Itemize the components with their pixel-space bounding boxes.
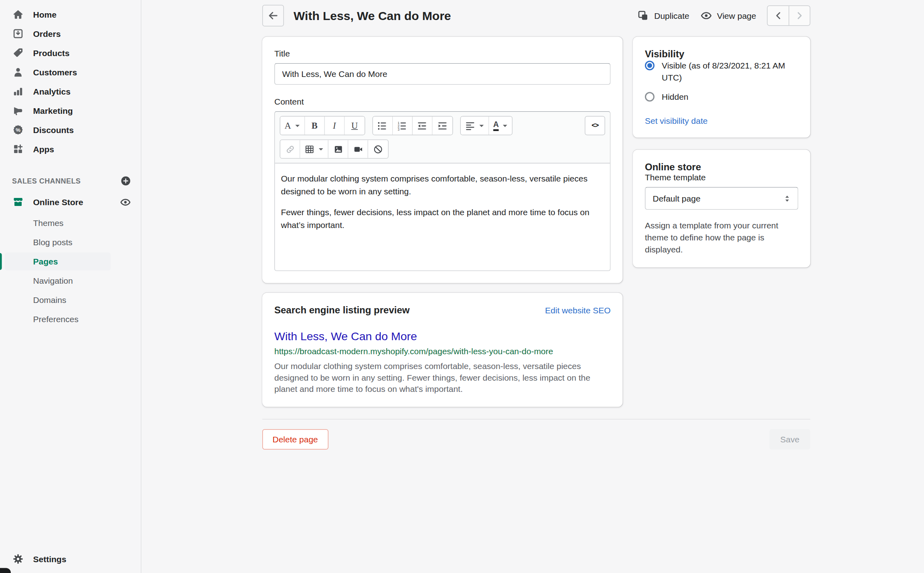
- sidebar-item-navigation[interactable]: Navigation: [5, 272, 111, 290]
- sidebar-item-label: Apps: [33, 144, 55, 154]
- alignment-dropdown-button[interactable]: [461, 117, 489, 135]
- megaphone-icon: [12, 105, 24, 117]
- bar-chart-icon: [12, 85, 24, 97]
- view-page-button[interactable]: View page: [700, 10, 756, 22]
- list-indent-group: 123: [372, 116, 453, 135]
- slash-circle-icon: [373, 144, 383, 154]
- content-paragraph: Fewer things, fewer decisions, less impa…: [281, 206, 604, 232]
- radio-unselected-icon: [645, 92, 654, 102]
- italic-button[interactable]: I: [325, 117, 345, 135]
- sidebar-item-home[interactable]: Home: [5, 5, 136, 24]
- visibility-option-visible[interactable]: Visible (as of 8/23/2021, 8:21 AM UTC): [645, 60, 798, 84]
- content-paragraph: Our modular clothing system comprises co…: [281, 173, 604, 198]
- page-footer: Delete page Save: [262, 420, 811, 474]
- visibility-option-hidden[interactable]: Hidden: [645, 91, 798, 103]
- title-input[interactable]: [274, 63, 611, 85]
- save-button[interactable]: Save: [770, 429, 811, 450]
- view-online-store-button[interactable]: [120, 196, 132, 208]
- numbered-list-button[interactable]: 123: [393, 117, 413, 135]
- view-page-label: View page: [717, 11, 756, 20]
- sidebar-item-blog-posts[interactable]: Blog posts: [5, 233, 111, 251]
- svg-text:%: %: [16, 127, 20, 133]
- title-label: Title: [274, 49, 611, 59]
- shopify-admin-window: Home Orders Products Customers: [0, 0, 924, 573]
- gear-icon: [12, 553, 24, 565]
- edit-website-seo-link[interactable]: Edit website SEO: [545, 305, 610, 315]
- sidebar-item-preferences[interactable]: Preferences: [5, 310, 111, 328]
- visibility-card: Visibility Visible (as of 8/23/2021, 8:2…: [633, 37, 811, 138]
- theme-template-select[interactable]: Default page: [645, 187, 798, 210]
- sidebar-item-settings[interactable]: Settings: [0, 545, 141, 573]
- sidebar-item-themes[interactable]: Themes: [5, 214, 111, 232]
- sidebar-item-products[interactable]: Products: [5, 43, 136, 63]
- sidebar-item-domains[interactable]: Domains: [5, 291, 111, 309]
- svg-text:3: 3: [398, 127, 400, 131]
- online-store-card: Online store Theme template Default page…: [633, 150, 811, 268]
- percent-badge-icon: %: [12, 124, 24, 136]
- theme-template-help-text: Assign a template from your current them…: [645, 220, 798, 256]
- apps-grid-icon: [12, 143, 24, 155]
- online-store-label: Online Store: [33, 197, 120, 207]
- sidebar-item-orders[interactable]: Orders: [5, 24, 136, 43]
- insert-group: [280, 139, 389, 159]
- caret-down-icon: [479, 123, 484, 129]
- seo-preview-title: With Less, We Can do More: [274, 330, 611, 343]
- sidebar-item-label: Analytics: [33, 87, 71, 96]
- rich-text-editor: A B I: [274, 111, 611, 271]
- underline-button[interactable]: U: [344, 117, 365, 135]
- radio-selected-icon: [645, 61, 654, 71]
- person-icon: [12, 66, 24, 78]
- seo-preview-url: https://broadcast-modern.myshopify.com/p…: [274, 346, 611, 356]
- video-icon: [353, 144, 363, 154]
- sidebar-item-label: Products: [33, 48, 70, 58]
- header-actions: Duplicate View page: [637, 6, 810, 26]
- storefront-icon: [12, 196, 24, 208]
- bold-button[interactable]: B: [305, 117, 325, 135]
- seo-card-heading: Search engine listing preview: [274, 305, 409, 316]
- next-page-button[interactable]: [789, 6, 810, 25]
- theme-template-label: Theme template: [645, 173, 798, 182]
- previous-page-button[interactable]: [768, 6, 789, 25]
- add-sales-channel-button[interactable]: [120, 176, 131, 186]
- sidebar-item-pages[interactable]: Pages: [5, 252, 111, 270]
- outdent-icon: [417, 121, 428, 131]
- clear-formatting-button[interactable]: [368, 140, 388, 158]
- sidebar-item-apps[interactable]: Apps: [5, 139, 136, 159]
- set-visibility-date-link[interactable]: Set visibility date: [645, 116, 707, 126]
- bulleted-list-button[interactable]: [373, 117, 393, 135]
- insert-image-button[interactable]: [328, 140, 349, 158]
- bulleted-list-icon: [377, 121, 388, 131]
- seo-preview-description: Our modular clothing system comprises co…: [274, 361, 611, 395]
- insert-video-button[interactable]: [349, 140, 369, 158]
- page-details-card: Title Content A: [262, 37, 623, 283]
- eye-icon: [120, 196, 132, 208]
- pagination: [767, 6, 811, 26]
- indent-button[interactable]: [432, 117, 452, 135]
- delete-page-button[interactable]: Delete page: [262, 429, 328, 450]
- settings-label: Settings: [33, 554, 67, 564]
- duplicate-button[interactable]: Duplicate: [637, 10, 689, 22]
- sidebar-item-analytics[interactable]: Analytics: [5, 82, 136, 101]
- sidebar-item-online-store[interactable]: Online Store: [0, 192, 141, 212]
- sidebar-item-label: Orders: [33, 29, 61, 38]
- show-html-button[interactable]: <>: [585, 116, 605, 135]
- sidebar-item-discounts[interactable]: % Discounts: [5, 120, 136, 139]
- insert-table-dropdown-button[interactable]: [300, 140, 329, 158]
- duplicate-label: Duplicate: [654, 11, 689, 20]
- sales-channels-section: SALES CHANNELS: [0, 176, 141, 186]
- numbered-list-icon: 123: [397, 121, 408, 131]
- table-icon: [304, 144, 315, 154]
- text-style-dropdown-button[interactable]: A: [280, 117, 305, 135]
- secondary-column: Visibility Visible (as of 8/23/2021, 8:2…: [633, 37, 811, 268]
- outdent-button[interactable]: [413, 117, 433, 135]
- text-color-dropdown-button[interactable]: A: [489, 117, 512, 135]
- insert-link-button[interactable]: [280, 140, 300, 158]
- content-editor[interactable]: Our modular clothing system comprises co…: [275, 163, 610, 270]
- seo-card: Search engine listing preview Edit websi…: [262, 293, 623, 407]
- sidebar-item-customers[interactable]: Customers: [5, 63, 136, 82]
- hidden-option-label: Hidden: [662, 91, 689, 103]
- page-title: With Less, We Can do More: [294, 9, 637, 23]
- sidebar-item-marketing[interactable]: Marketing: [5, 101, 136, 120]
- back-button[interactable]: [262, 5, 284, 26]
- caret-down-icon: [318, 146, 324, 152]
